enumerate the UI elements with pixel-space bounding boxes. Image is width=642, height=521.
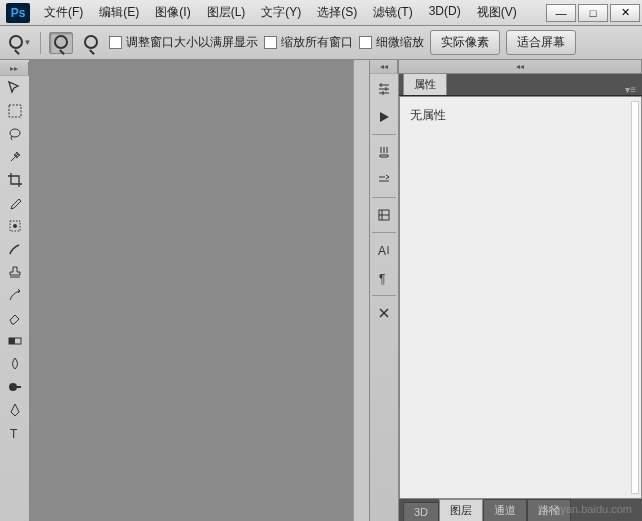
- brushes-panel-icon[interactable]: [370, 139, 398, 165]
- window-controls: — □ ✕: [546, 4, 642, 22]
- checkbox-icon: [264, 36, 277, 49]
- properties-body: 无属性: [399, 96, 642, 499]
- dropdown-icon: ▼: [24, 38, 32, 47]
- svg-rect-0: [9, 105, 21, 117]
- svg-rect-5: [9, 338, 15, 344]
- dodge-tool[interactable]: [1, 376, 29, 398]
- blur-tool[interactable]: [1, 353, 29, 375]
- svg-point-3: [13, 224, 17, 228]
- adjustments-panel-icon[interactable]: [370, 76, 398, 102]
- separator: [372, 232, 396, 233]
- actual-pixels-button[interactable]: 实际像素: [430, 30, 500, 55]
- zoom-all-label: 缩放所有窗口: [281, 34, 353, 51]
- vertical-scrollbar[interactable]: [353, 60, 369, 521]
- zoom-tool-preset-icon[interactable]: ▼: [8, 32, 32, 54]
- marquee-tool[interactable]: [1, 100, 29, 122]
- svg-text:¶: ¶: [379, 272, 385, 286]
- toolbox: ▸▸ T: [0, 60, 30, 521]
- separator: [372, 295, 396, 296]
- zoom-in-button[interactable]: [49, 32, 73, 54]
- tab-channels[interactable]: 通道: [483, 499, 527, 521]
- menu-edit[interactable]: 编辑(E): [91, 0, 147, 25]
- zoom-out-button[interactable]: [79, 32, 103, 54]
- tab-layers[interactable]: 图层: [439, 499, 483, 521]
- separator: [372, 197, 396, 198]
- stamp-tool[interactable]: [1, 261, 29, 283]
- crop-tool[interactable]: [1, 169, 29, 191]
- properties-empty-text: 无属性: [410, 108, 446, 122]
- resize-to-fit-checkbox[interactable]: 调整窗口大小以满屏显示: [109, 34, 258, 51]
- brush-tool[interactable]: [1, 238, 29, 260]
- options-bar: ▼ 调整窗口大小以满屏显示 缩放所有窗口 细微缩放 实际像素 适合屏幕: [0, 26, 642, 60]
- main-menu: 文件(F) 编辑(E) 图像(I) 图层(L) 文字(Y) 选择(S) 滤镜(T…: [36, 0, 525, 25]
- menu-file[interactable]: 文件(F): [36, 0, 91, 25]
- menu-filter[interactable]: 滤镜(T): [365, 0, 420, 25]
- menu-type[interactable]: 文字(Y): [253, 0, 309, 25]
- paragraph-panel-icon[interactable]: ¶: [370, 265, 398, 291]
- magnifier-icon: [9, 35, 23, 51]
- svg-text:T: T: [10, 427, 18, 441]
- scrubby-zoom-label: 细微缩放: [376, 34, 424, 51]
- scrubby-zoom-checkbox[interactable]: 细微缩放: [359, 34, 424, 51]
- type-tool[interactable]: T: [1, 422, 29, 444]
- swatches-panel-icon[interactable]: [370, 202, 398, 228]
- eyedropper-tool[interactable]: [1, 192, 29, 214]
- magic-wand-tool[interactable]: [1, 146, 29, 168]
- pen-tool[interactable]: [1, 399, 29, 421]
- checkbox-icon: [109, 36, 122, 49]
- tab-properties[interactable]: 属性: [403, 73, 447, 95]
- menu-3d[interactable]: 3D(D): [421, 0, 469, 25]
- gradient-tool[interactable]: [1, 330, 29, 352]
- title-bar: Ps 文件(F) 编辑(E) 图像(I) 图层(L) 文字(Y) 选择(S) 滤…: [0, 0, 642, 26]
- checkbox-icon: [359, 36, 372, 49]
- svg-point-6: [9, 383, 17, 391]
- brush-presets-panel-icon[interactable]: [370, 167, 398, 193]
- panel-collapse-strip[interactable]: ▸▸: [0, 62, 29, 76]
- right-panels: ◂◂ A ¶ ◂◂ 属性 ▾≡ 无属性 3D: [369, 60, 642, 521]
- minimize-button[interactable]: —: [546, 4, 576, 22]
- move-tool[interactable]: [1, 77, 29, 99]
- magnifier-minus-icon: [84, 35, 98, 51]
- menu-image[interactable]: 图像(I): [147, 0, 198, 25]
- menu-layer[interactable]: 图层(L): [199, 0, 254, 25]
- tools-preset-panel-icon[interactable]: [370, 300, 398, 326]
- actions-panel-icon[interactable]: [370, 104, 398, 130]
- menu-view[interactable]: 视图(V): [469, 0, 525, 25]
- character-panel-icon[interactable]: A: [370, 237, 398, 263]
- eraser-tool[interactable]: [1, 307, 29, 329]
- close-button[interactable]: ✕: [610, 4, 640, 22]
- properties-panel: ◂◂ 属性 ▾≡ 无属性 3D 图层 通道 路径: [399, 60, 642, 521]
- workspace: ▸▸ T ◂◂ A ¶: [0, 60, 642, 521]
- fit-screen-button[interactable]: 适合屏幕: [506, 30, 576, 55]
- tab-3d[interactable]: 3D: [403, 502, 439, 521]
- divider: [40, 32, 41, 54]
- magnifier-plus-icon: [54, 35, 68, 51]
- panel-menu-icon[interactable]: ▾≡: [619, 84, 642, 95]
- collapsed-panel-dock: ◂◂ A ¶: [369, 60, 399, 521]
- panel-collapse-strip[interactable]: ◂◂: [370, 60, 398, 74]
- svg-text:A: A: [378, 244, 386, 258]
- panel-collapse-strip[interactable]: ◂◂: [399, 60, 642, 74]
- resize-to-fit-label: 调整窗口大小以满屏显示: [126, 34, 258, 51]
- separator: [372, 134, 396, 135]
- history-brush-tool[interactable]: [1, 284, 29, 306]
- properties-scrollbar[interactable]: [631, 101, 639, 494]
- panel-tab-row: 属性 ▾≡: [399, 74, 642, 96]
- menu-select[interactable]: 选择(S): [309, 0, 365, 25]
- canvas-area[interactable]: [30, 60, 369, 521]
- lasso-tool[interactable]: [1, 123, 29, 145]
- healing-brush-tool[interactable]: [1, 215, 29, 237]
- maximize-button[interactable]: □: [578, 4, 608, 22]
- app-logo: Ps: [6, 3, 30, 23]
- zoom-all-checkbox[interactable]: 缩放所有窗口: [264, 34, 353, 51]
- watermark: jingyan.baidu.com: [543, 503, 632, 515]
